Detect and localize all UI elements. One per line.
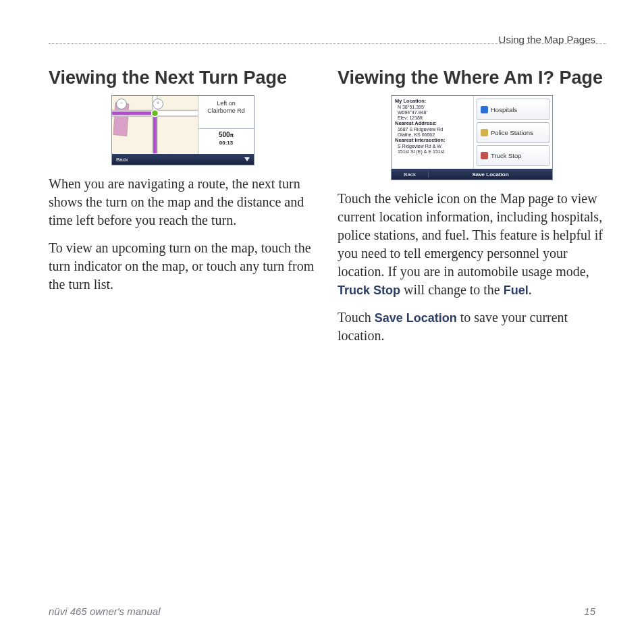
police-button: Police Stations [477,122,549,143]
heading-where-am-i: Viewing the Where Am I? Page [338,67,606,88]
police-icon [481,129,488,136]
police-label: Police Stations [491,129,533,136]
back-button: Back [392,171,429,178]
fuel-term: Fuel [504,284,529,297]
truck-stop-icon [481,152,488,159]
elevation-value: Elev: 1218ft [398,115,423,120]
truck-stop-term: Truck Stop [338,284,400,297]
save-location-term: Save Location [375,311,457,325]
right-column: Viewing the Where Am I? Page My Location… [338,67,606,354]
turn-instruction: Left on Clairborne Rd [198,96,254,129]
address-line-2: Olathe, KS 66062 [398,132,435,137]
p1-text-c: . [529,282,532,297]
hospitals-label: Hospitals [491,106,517,113]
page-number: 15 [584,606,595,617]
where-am-i-screenshot: My Location: N 38°51.395' W094°47.948' E… [391,95,553,180]
truck-stop-label: Truck Stop [491,152,522,159]
hospital-icon [481,106,488,113]
nearest-address-label: Nearest Address: [395,120,437,126]
location-info-panel: My Location: N 38°51.395' W094°47.948' E… [392,96,474,169]
where-am-i-paragraph-2: Touch Save Location to save your current… [338,308,606,345]
intersection-line-2: 151st St (E) & E 151st [398,149,444,154]
footer-title: nüvi 465 owner's manual [49,606,160,617]
heading-next-turn: Viewing the Next Turn Page [49,67,317,88]
p1-text-a: Touch the vehicle icon on the Map page t… [338,191,603,279]
truck-stop-button: Truck Stop [477,145,549,166]
nearest-intersection-label: Nearest Intersection: [395,137,446,143]
intersection-line-1: S Ridgeview Rd & W [398,144,441,149]
next-turn-paragraph-2: To view an upcoming turn on the map, tou… [49,239,317,294]
save-location-button: Save Location [429,171,552,178]
page-footer: nüvi 465 owner's manual 15 [49,606,595,617]
turn-distance-value: 500 [219,131,230,138]
back-button: Back [116,157,128,163]
my-location-label: My Location: [395,98,426,104]
two-column-layout: Viewing the Next Turn Page [49,67,606,354]
chevron-down-icon [244,157,250,161]
p2-text-a: Touch [338,310,375,325]
left-column: Viewing the Next Turn Page [49,67,317,354]
turn-distance-unit: ft [230,132,234,138]
svg-point-6 [152,110,159,117]
next-turn-paragraph-1: When you are navigating a route, the nex… [49,175,317,230]
manual-page: Using the Map Pages Viewing the Next Tur… [0,0,644,644]
address-line-1: 1687 S Ridgeview Rd [398,127,443,132]
latitude-value: N 38°51.395' [398,105,425,109]
p1-text-b: will change to the [400,282,504,297]
hospitals-button: Hospitals [477,99,549,119]
running-head: Using the Map Pages [499,34,595,45]
next-turn-screenshot: − + Left on Clairborne Rd 500ft 00:13 Ba… [111,95,254,165]
turn-time: 00:13 [219,140,233,146]
where-am-i-paragraph-1: Touch the vehicle icon on the Map page t… [338,190,606,299]
next-turn-mini-map: − + [112,96,198,154]
turn-distance: 500ft 00:13 [198,129,254,154]
longitude-value: W094°47.948' [398,110,427,115]
